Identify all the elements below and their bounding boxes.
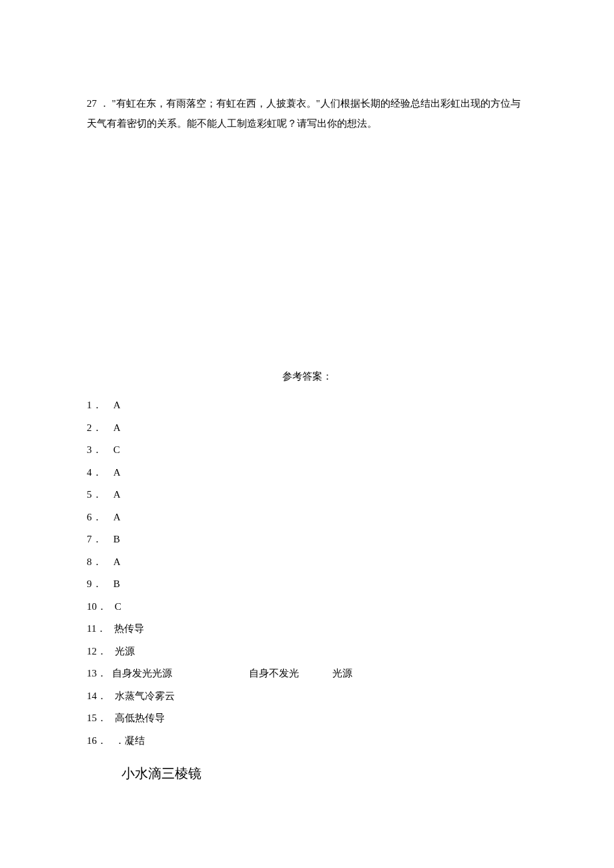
answer-value: B <box>113 534 120 544</box>
answer-7: 7． B <box>87 529 527 550</box>
answer-key-header: 参考答案： <box>87 370 527 383</box>
answer-value: 水蒸气冷雾云 <box>115 691 175 701</box>
answer-number: 13． <box>87 663 107 685</box>
answer-value-part1: 自身发光光源 <box>112 663 172 685</box>
answer-number: 12． <box>87 641 107 663</box>
answer-value-part3: 光源 <box>332 663 352 685</box>
answer-value: A <box>113 422 121 433</box>
answer-number: 6． <box>87 507 105 528</box>
answer-value: A <box>113 556 121 567</box>
answer-number: 2． <box>87 418 105 439</box>
gap <box>172 663 249 685</box>
gap <box>299 663 332 685</box>
answer-number: 4． <box>87 462 105 484</box>
answer-value: A <box>113 467 121 478</box>
answer-number: 14． <box>87 686 107 707</box>
question-number: 27 ． <box>87 98 109 109</box>
answer-3: 3． C <box>87 440 527 461</box>
answer-number: 3． <box>87 440 105 461</box>
answer-number: 15． <box>87 708 107 729</box>
answer-value: A <box>113 512 121 522</box>
answer-list: 1． A 2． A 3． C 4． A 5． A 6． A 7． B 8． <box>87 395 527 787</box>
answer-value: 光源 <box>115 646 135 657</box>
answer-10: 10． C <box>87 596 527 618</box>
answer-number: 1． <box>87 395 105 416</box>
answer-8: 8． A <box>87 552 527 573</box>
answer-16: 16． ．凝结 <box>87 731 527 752</box>
answer-number: 7． <box>87 529 105 550</box>
answer-15: 15． 高低热传导 <box>87 708 527 729</box>
answer-number: 11． <box>87 618 106 640</box>
answer-2: 2． A <box>87 418 527 439</box>
answer-value: A <box>113 489 121 500</box>
answer-number: 5． <box>87 484 105 506</box>
answer-value: C <box>115 601 121 612</box>
answer-13: 13． 自身发光光源 自身不发光 光源 <box>87 663 527 685</box>
answer-9: 9． B <box>87 574 527 595</box>
answer-number: 9． <box>87 574 105 595</box>
question-text: "有虹在东，有雨落空；有虹在西，人披蓑衣。"人们根据长期的经验总结出彩虹出现的方… <box>87 98 521 129</box>
answer-value: 高低热传导 <box>115 713 165 723</box>
answer-number: 16． <box>87 731 107 752</box>
answer-5: 5． A <box>87 484 527 506</box>
answer-6: 6． A <box>87 507 527 528</box>
answer-14: 14． 水蒸气冷雾云 <box>87 686 527 707</box>
question-27: 27 ． "有虹在东，有雨落空；有虹在西，人披蓑衣。"人们根据长期的经验总结出彩… <box>87 93 527 133</box>
answer-value-part2: 自身不发光 <box>249 663 299 685</box>
answer-number: 10． <box>87 596 107 618</box>
page-content: 27 ． "有虹在东，有雨落空；有虹在西，人披蓑衣。"人们根据长期的经验总结出彩… <box>0 0 614 787</box>
emphasis-text: 小水滴三棱镜 <box>121 759 527 787</box>
answer-1: 1． A <box>87 395 527 416</box>
answer-value: B <box>113 578 120 589</box>
answer-11: 11． 热传导 <box>87 618 527 640</box>
answer-number: 8． <box>87 552 105 573</box>
answer-4: 4． A <box>87 462 527 484</box>
answer-value: ．凝结 <box>115 735 145 746</box>
answer-12: 12． 光源 <box>87 641 527 663</box>
answer-value: A <box>113 400 121 410</box>
answer-value: C <box>113 444 120 455</box>
answer-value: 热传导 <box>114 623 144 634</box>
